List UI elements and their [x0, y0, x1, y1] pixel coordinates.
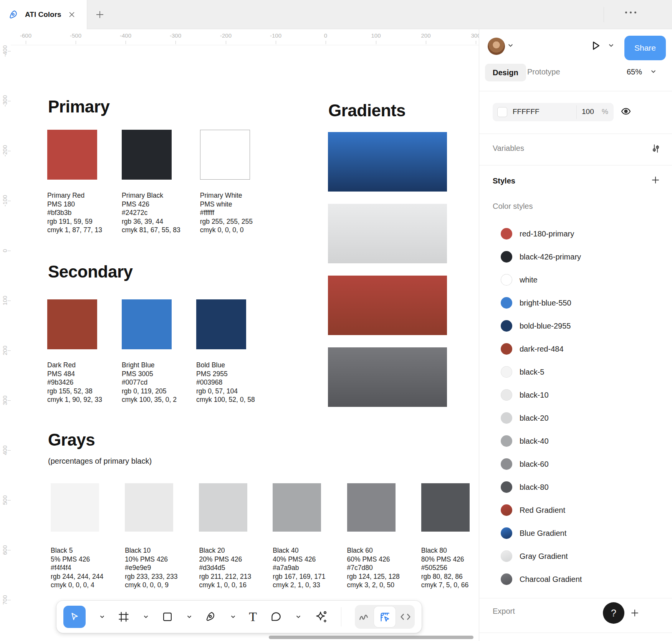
move-tool-chevron-icon[interactable]: [100, 615, 104, 618]
style-row[interactable]: dark-red-484: [479, 337, 672, 360]
style-row[interactable]: black-426-primary: [479, 245, 672, 268]
style-row[interactable]: black-5: [479, 360, 672, 383]
style-row[interactable]: Charcoal Gradient: [479, 568, 672, 591]
swatch-name: Primary Red: [47, 191, 102, 200]
draw-annotate-button[interactable]: [358, 611, 370, 623]
color-swatch-rect[interactable]: [122, 299, 172, 349]
zoom-chevron-icon[interactable]: [651, 70, 656, 73]
code-button[interactable]: [399, 611, 412, 623]
style-row[interactable]: black-10: [479, 383, 672, 406]
style-row[interactable]: Blue Gradient: [479, 522, 672, 545]
color-swatch-rect[interactable]: [51, 483, 99, 532]
swatch-name: Black 10: [125, 546, 177, 555]
share-button[interactable]: Share: [624, 36, 666, 60]
new-tab-icon[interactable]: [95, 10, 104, 19]
color-swatch-rect[interactable]: [200, 130, 250, 180]
add-style-icon[interactable]: [650, 175, 660, 185]
swatch-name: Black 40: [273, 546, 325, 555]
variables-section-label[interactable]: Variables: [493, 144, 524, 153]
color-swatch-rect[interactable]: [421, 483, 470, 532]
color-swatch-rect[interactable]: [273, 483, 321, 532]
add-export-icon[interactable]: [630, 608, 640, 618]
measure-dev-mode-button[interactable]: [374, 606, 396, 627]
fill-opacity-value[interactable]: 100: [582, 107, 594, 116]
avatar-chevron-icon[interactable]: [508, 44, 513, 47]
text-tool-button[interactable]: T: [249, 611, 257, 623]
app-logo-icon: [8, 10, 19, 20]
comment-tool-button[interactable]: [270, 611, 282, 623]
swatch-rgb: rgb 155, 52, 38: [47, 387, 102, 396]
file-tab[interactable]: ATI Colors: [0, 0, 87, 29]
gradient-rect-red[interactable]: [328, 276, 447, 335]
move-tool-button[interactable]: [63, 606, 86, 628]
swatch-pms: 5% PMS 426: [51, 555, 103, 564]
variables-filter-icon[interactable]: [650, 143, 661, 154]
tab-design[interactable]: Design: [485, 64, 526, 81]
fill-opacity-unit: %: [602, 107, 608, 116]
swatch-rgb: rgb 167, 169, 171: [273, 572, 325, 581]
color-swatch-rect[interactable]: [122, 130, 172, 180]
section-title-gradients[interactable]: Gradients: [328, 101, 406, 121]
rectangle-tool-chevron-icon[interactable]: [187, 615, 192, 618]
actions-tool-button[interactable]: [314, 610, 328, 623]
color-card: Black 20 20% PMS 426 #d3d4d5 rgb 211, 21…: [199, 483, 251, 590]
page-fill-input[interactable]: FFFFFF 100 %: [493, 103, 614, 121]
color-swatch-rect[interactable]: [125, 483, 173, 532]
color-swatch-rect[interactable]: [199, 483, 247, 532]
style-row[interactable]: black-20: [479, 406, 672, 430]
gradient-rect-charcoal[interactable]: [328, 347, 447, 407]
style-row[interactable]: black-40: [479, 430, 672, 453]
section-title-grays[interactable]: Grays: [48, 430, 95, 450]
zoom-level[interactable]: 65%: [627, 68, 642, 76]
frame-tool-button[interactable]: [118, 611, 129, 623]
style-row[interactable]: bright-blue-550: [479, 291, 672, 314]
visibility-eye-icon[interactable]: [621, 106, 631, 117]
swatch-name: Bold Blue: [196, 361, 255, 370]
avatar[interactable]: [488, 38, 505, 55]
rectangle-tool-button[interactable]: [162, 611, 173, 622]
swatch-cmyk: cmyk 100, 35, 0, 2: [122, 395, 177, 404]
tab-prototype[interactable]: Prototype: [527, 68, 560, 76]
swatch-rgb: rgb 0, 57, 104: [196, 387, 255, 396]
comment-tool-chevron-icon[interactable]: [296, 615, 301, 618]
frame-tool-chevron-icon[interactable]: [144, 615, 148, 618]
swatch-pms: PMS 484: [47, 370, 102, 378]
section-title-secondary[interactable]: Secondary: [48, 262, 132, 282]
more-options-icon[interactable]: [625, 12, 636, 13]
color-swatch-rect[interactable]: [347, 483, 396, 532]
section-title-primary[interactable]: Primary: [48, 97, 109, 117]
present-play-icon[interactable]: [590, 40, 601, 51]
horizontal-scrollbar[interactable]: [269, 636, 473, 639]
fill-color-swatch[interactable]: [497, 107, 507, 117]
help-button[interactable]: ?: [603, 602, 624, 624]
style-label: black-10: [520, 391, 549, 400]
style-label: black-80: [520, 483, 549, 492]
color-card: Black 80 80% PMS 426 #505256 rgb 80, 82,…: [421, 483, 470, 590]
style-row[interactable]: black-80: [479, 476, 672, 499]
color-swatch-rect[interactable]: [47, 130, 97, 180]
grays-subtitle[interactable]: (percentages of primary black): [48, 457, 152, 466]
design-canvas[interactable]: Primary Primary Red PMS 180 #bf3b3b rgb …: [0, 29, 479, 641]
color-card: Primary Red PMS 180 #bf3b3b rgb 191, 59,…: [47, 130, 102, 235]
export-section-label[interactable]: Export: [493, 607, 515, 616]
close-tab-icon[interactable]: [68, 11, 75, 18]
swatch-cmyk: cmyk 81, 67, 55, 83: [122, 226, 180, 235]
color-card: Black 60 60% PMS 426 #7c7d80 rgb 124, 12…: [347, 483, 400, 590]
pen-tool-button[interactable]: [205, 611, 217, 623]
primary-swatch-row: Primary Red PMS 180 #bf3b3b rgb 191, 59,…: [47, 130, 272, 235]
color-swatch-rect[interactable]: [196, 299, 246, 349]
style-row[interactable]: bold-blue-2955: [479, 314, 672, 337]
fill-hex-value[interactable]: FFFFFF: [513, 107, 540, 116]
color-swatch-rect[interactable]: [47, 299, 97, 349]
color-style-swatch: [501, 320, 512, 332]
gradient-rect-gray[interactable]: [328, 204, 447, 263]
style-row[interactable]: Red Gradient: [479, 499, 672, 522]
pen-tool-chevron-icon[interactable]: [231, 615, 235, 618]
present-chevron-icon[interactable]: [609, 44, 614, 47]
style-row[interactable]: white: [479, 268, 672, 291]
style-row[interactable]: Gray Gradient: [479, 545, 672, 568]
style-row[interactable]: black-60: [479, 453, 672, 476]
swatch-pms: 60% PMS 426: [347, 555, 400, 564]
gradient-rect-blue[interactable]: [328, 132, 447, 192]
style-row[interactable]: red-180-primary: [479, 222, 672, 245]
